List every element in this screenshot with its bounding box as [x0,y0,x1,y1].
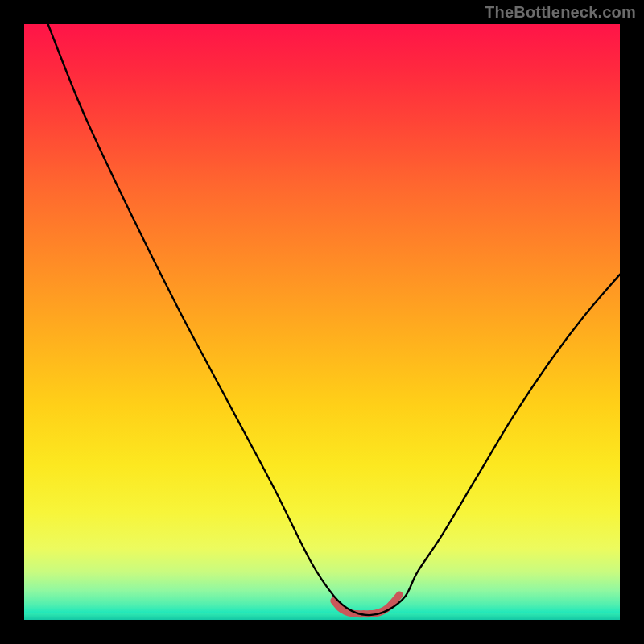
chart-frame: TheBottleneck.com [0,0,644,644]
plot-area [24,24,620,620]
curve-layer [24,24,620,620]
bottleneck-main-curve [48,24,620,615]
watermark-text: TheBottleneck.com [485,3,636,22]
bottleneck-accent-curve [334,595,399,614]
